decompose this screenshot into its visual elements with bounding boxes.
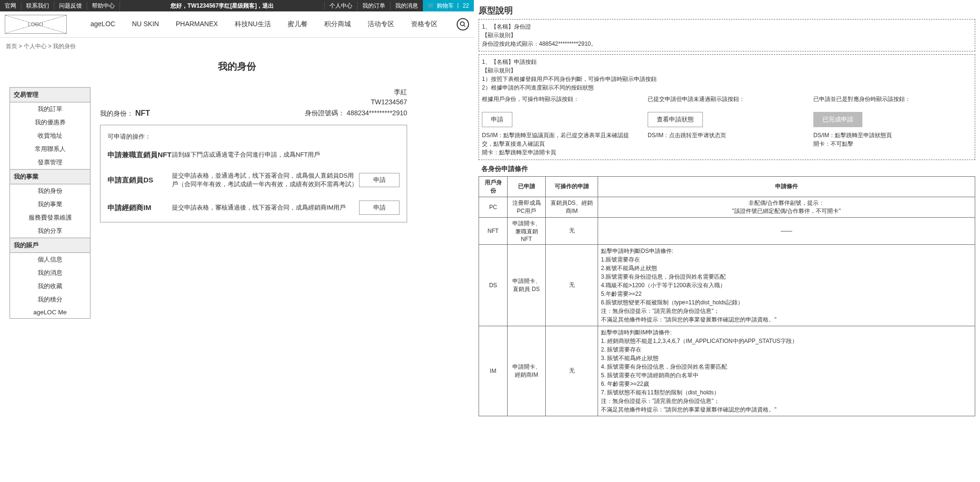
nav-item[interactable]: NU SKIN <box>132 20 159 29</box>
apply-button[interactable]: 申請 <box>359 201 400 215</box>
spec-box: 1、【名稱】身份證 【顯示規則】 身份證按此格式顯示：488542*******… <box>479 19 975 51</box>
apply-button[interactable]: 申請 <box>359 173 400 187</box>
op-row: 申請直銷員DS 提交申請表格，並通過考試，线下簽署合同，成爲個人直銷員DS用戶（… <box>108 171 400 189</box>
nav-item[interactable]: PHARMANEX <box>176 20 218 29</box>
top-link[interactable]: 官网 <box>0 2 21 10</box>
sidebar-item[interactable]: 我的身份 <box>10 184 90 198</box>
nav-item[interactable]: 蜜儿餐 <box>288 20 308 29</box>
svg-line-1 <box>464 25 465 27</box>
table-row: IM 申請開卡、 經銷商IM 无 點擊申請時判斷IM申請條件: 1. 經銷商狀態… <box>479 326 975 416</box>
sidebar: 交易管理 我的訂單 我的優惠券 收貨地址 常用聯系人 發票管理 我的事業 我的身… <box>10 87 90 319</box>
sidebar-item[interactable]: ageLOC Me <box>10 306 90 318</box>
operations-title: 可申请的操作： <box>108 132 400 141</box>
td: 非配偶/合作夥伴副號，提示： "該證件號已綁定配偶/合作夥伴，不可開卡" <box>598 197 975 217</box>
spec-line: 2）根據申請的不同進度顯示不同的按鈕狀態 <box>482 83 972 92</box>
op-name: 申請直銷員DS <box>108 176 172 185</box>
nav-item[interactable]: 科技NU生活 <box>235 20 271 29</box>
sidebar-item[interactable]: 我的優惠券 <box>10 116 90 129</box>
cart-button[interactable]: 🛒 购物车 丨 22 <box>423 0 474 11</box>
spec-note: DS/IM：點擊跳轉至申請狀態頁 開卡：不可點擊 <box>813 131 972 148</box>
top-link[interactable]: 问题反馈 <box>54 2 87 10</box>
spec-line: 1、【名稱】申請按鈕 <box>482 58 972 66</box>
operations-box: 可申请的操作： 申請兼職直銷員NFT 請到線下門店或通過電子合同進行申請，成爲N… <box>100 125 407 222</box>
td: —— <box>598 217 975 244</box>
main-content: 李紅 TW1234567 我的身份： NFT 身份證號碼： 488234****… <box>100 87 464 319</box>
top-link[interactable]: 联系我们 <box>21 2 54 10</box>
sidebar-item[interactable]: 我的消息 <box>10 266 90 280</box>
sidebar-item[interactable]: 個人信息 <box>10 253 90 266</box>
op-desc: 提交申請表格，並通過考試，线下簽署合同，成爲個人直銷員DS用戶（合同半年有效，考… <box>172 171 359 189</box>
spec-col: 已提交申請但申請未通過顯示該按鈕： 查看申請狀態 DS/IM：点击跳转至申请状态… <box>648 95 806 157</box>
spec-col-hd: 根據用戶身份，可操作時顯示該按鈕： <box>482 95 640 110</box>
op-row: 申請兼職直銷員NFT 請到線下門店或通過電子合同進行申請，成爲NFT用戶 <box>108 151 400 160</box>
td: IM <box>479 326 508 416</box>
td: DS <box>479 244 508 326</box>
spec-line: 【顯示規則】 <box>482 31 972 40</box>
nav-item[interactable]: 积分商城 <box>324 20 351 29</box>
top-link[interactable]: 我的消息 <box>390 2 423 10</box>
breadcrumb[interactable]: 首页 > 个人中心 > 我的身份 <box>0 38 474 55</box>
sidebar-item[interactable]: 收貨地址 <box>10 129 90 142</box>
top-link[interactable]: 我的订单 <box>357 2 390 10</box>
cond-table: 用戶身份 已申請 可操作的申請 申請條件 PC 注冊即成爲PC用戶 直銷員DS、… <box>479 176 975 416</box>
td: 申請開卡、 兼職直銷NFT <box>508 217 546 244</box>
user-name: 李紅 <box>100 87 407 97</box>
spec-col-hd: 已申請並已是對應身份時顯示該按鈕： <box>813 95 972 110</box>
td: 无 <box>546 326 598 416</box>
spec-btn-done: 已完成申請 <box>813 112 862 127</box>
sidebar-item[interactable]: 常用聯系人 <box>10 142 90 156</box>
sidebar-item[interactable]: 我的訂單 <box>10 102 90 116</box>
td: 直銷員DS、經銷商IM <box>546 197 598 217</box>
cart-sep: 丨 <box>454 2 463 10</box>
idcard-value: 488234*********2910 <box>347 109 407 117</box>
page-title: 我的身份 <box>0 60 474 73</box>
sidebar-head: 交易管理 <box>10 88 90 102</box>
td: 申請開卡、 經銷商IM <box>508 326 546 416</box>
sidebar-item[interactable]: 我的事業 <box>10 198 90 211</box>
sidebar-item[interactable]: 我的分享 <box>10 224 90 238</box>
spec-note: DS/IM：点击跳转至申请状态页 <box>648 131 806 140</box>
spec-note: DS/IM：點擊跳轉至協議頁面，若已提交過表單且未確認提交，點擊直接進入確認頁 … <box>482 131 640 157</box>
svg-point-0 <box>460 22 464 26</box>
user-id: TW1234567 <box>100 97 407 107</box>
op-name: 申請兼職直銷員NFT <box>108 151 172 160</box>
td: 注冊即成爲PC用戶 <box>508 197 546 217</box>
spec-col: 根據用戶身份，可操作時顯示該按鈕： 申請 DS/IM：點擊跳轉至協議頁面，若已提… <box>482 95 640 157</box>
table-row: DS 申請開卡、 直銷員 DS 无 點擊申請時判斷DS申請條件: 1.賬號需要存… <box>479 244 975 326</box>
logo[interactable]: LOGO <box>5 15 67 34</box>
sidebar-item[interactable]: 服務費發票維護 <box>10 211 90 224</box>
spec-btn-status[interactable]: 查看申請狀態 <box>648 112 703 127</box>
nav-item[interactable]: 活动专区 <box>368 20 394 29</box>
op-desc: 提交申請表格，審核通過後，线下簽署合同，成爲經銷商IM用戶 <box>172 203 359 212</box>
idcard-label: 身份證號碼： <box>305 109 345 117</box>
nav-item[interactable]: 资格专区 <box>411 20 438 29</box>
cond-title: 各身份申請條件 <box>481 165 975 173</box>
sidebar-item[interactable]: 我的積分 <box>10 293 90 306</box>
td: PC <box>479 197 508 217</box>
nav-item[interactable]: ageLOC <box>90 20 115 29</box>
spec-btn-apply[interactable]: 申請 <box>482 112 512 127</box>
td: 申請開卡、 直銷員 DS <box>508 244 546 326</box>
spec-line: 1、【名稱】身份證 <box>482 22 972 31</box>
cart-icon: 🛒 <box>428 2 435 9</box>
spec-line: 【顯示規則】 <box>482 66 972 75</box>
sidebar-head: 我的賬戶 <box>10 238 90 253</box>
welcome-text: 您好，TW1234567李红[星级顾客]，退出 <box>120 2 324 10</box>
identity-value: NFT <box>135 109 150 117</box>
td: 點擊申請時判斷IM申請條件: 1. 經銷商狀態不能是1,2,3,4,6,7（IM… <box>598 326 975 416</box>
spec-col: 已申請並已是對應身份時顯示該按鈕： 已完成申請 DS/IM：點擊跳轉至申請狀態頁… <box>813 95 972 157</box>
top-link[interactable]: 帮助中心 <box>87 2 120 10</box>
th: 已申請 <box>508 176 546 197</box>
spec-line: 1）按照下表根據登錄用戶不同身份判斷，可操作申請時顯示申請按鈕 <box>482 75 972 83</box>
search-button[interactable] <box>457 18 469 30</box>
sidebar-head: 我的事業 <box>10 169 90 184</box>
th: 可操作的申請 <box>546 176 598 197</box>
td: NFT <box>479 217 508 244</box>
sidebar-item[interactable]: 發票管理 <box>10 156 90 169</box>
spec-line: 身份證按此格式顯示：488542*********2910。 <box>482 40 972 48</box>
cart-count: 22 <box>463 2 469 9</box>
identity-label: 我的身份： <box>100 110 133 117</box>
sidebar-item[interactable]: 我的收藏 <box>10 280 90 293</box>
topbar: 官网 联系我们 问题反馈 帮助中心 您好，TW1234567李红[星级顾客]，退… <box>0 0 474 11</box>
top-link[interactable]: 个人中心 <box>324 2 357 10</box>
